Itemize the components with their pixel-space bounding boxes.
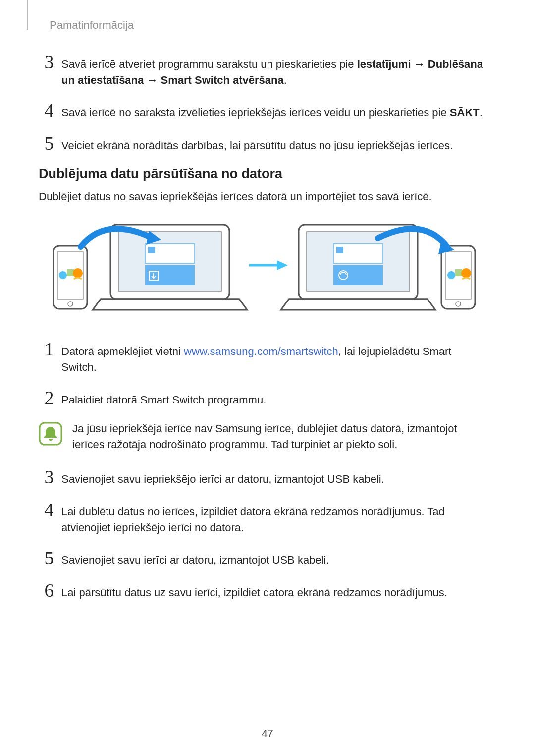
paragraph: Dublējiet datus no savas iepriekšējās ie… [39,189,489,204]
transfer-illustration [51,216,477,315]
step-number: 4 [39,500,59,519]
bold: SĀKT [450,106,480,119]
step-text: Savienojiet savu ierīci ar datoru, izman… [59,549,329,568]
note-block: Ja jūsu iepriekšējā ierīce nav Samsung i… [39,421,489,453]
step-number: 4 [39,101,59,120]
step-number: 3 [39,52,59,71]
text: Savā ierīcē no saraksta izvēlieties iepr… [61,106,450,119]
step-number: 5 [39,134,59,152]
bstep-3: 3 Savienojiet savu iepriekšējo ierīci ar… [39,467,489,487]
svg-point-26 [447,271,455,279]
page-content: 3 Savā ierīcē atveriet programmu sarakst… [39,49,489,613]
svg-rect-27 [455,269,462,276]
page-number: 47 [0,727,535,739]
bold: Smart Switch atvēršana [161,74,284,86]
bstep-1: 1 Datorā apmeklējiet vietni www.samsung.… [39,340,489,375]
svg-point-28 [461,268,471,278]
step-text: Lai pārsūtītu datus uz savu ierīci, izpi… [59,581,447,601]
svg-point-5 [73,268,83,278]
illustration-svg [51,216,477,315]
step-number: 5 [39,549,59,567]
breadcrumb: Pamatinformācija [50,19,134,32]
arrow: → [144,74,160,86]
svg-marker-15 [277,260,288,270]
bstep-6: 6 Lai pārsūtītu datus uz savu ierīci, iz… [39,581,489,601]
step-4: 4 Savā ierīcē no saraksta izvēlieties ie… [39,101,489,121]
step-text: Savienojiet savu iepriekšējo ierīci ar d… [59,467,384,487]
page-edge-marker [27,0,28,30]
text: . [480,106,482,119]
step-text: Savā ierīcē no saraksta izvēlieties iepr… [59,101,482,121]
step-number: 2 [39,388,59,407]
text: Datorā apmeklējiet vietni [61,345,184,357]
bstep-5: 5 Savienojiet savu ierīci ar datoru, izm… [39,549,489,568]
note-text: Ja jūsu iepriekšējā ierīce nav Samsung i… [72,421,489,453]
smartswitch-link[interactable]: www.samsung.com/smartswitch [184,345,338,357]
text: Savā ierīcē atveriet programmu sarakstu … [61,58,357,70]
step-5: 5 Veiciet ekrānā norādītās darbības, lai… [39,134,489,153]
bold: Iestatījumi [357,58,411,70]
section-heading: Dublējuma datu pārsūtīšana no datora [39,166,489,182]
svg-rect-20 [336,247,343,253]
step-text: Datorā apmeklējiet vietni www.samsung.co… [59,340,489,375]
step-number: 1 [39,340,59,358]
step-number: 6 [39,581,59,600]
text: . [284,74,287,86]
svg-rect-10 [148,247,155,253]
note-bell-icon [39,422,62,446]
svg-point-3 [59,271,67,279]
svg-rect-11 [145,265,195,285]
step-number: 3 [39,467,59,486]
arrow: → [411,58,428,70]
step-text: Savā ierīcē atveriet programmu sarakstu … [59,52,489,88]
step-text: Veiciet ekrānā norādītās darbības, lai p… [59,134,453,153]
bstep-2: 2 Palaidiet datorā Smart Switch programm… [39,388,489,408]
svg-rect-4 [67,269,74,276]
step-3: 3 Savā ierīcē atveriet programmu sarakst… [39,52,489,88]
bstep-4: 4 Lai dublētu datus no ierīces, izpildie… [39,500,489,536]
step-text: Lai dublētu datus no ierīces, izpildiet … [59,500,489,536]
step-text: Palaidiet datorā Smart Switch programmu. [59,388,266,408]
